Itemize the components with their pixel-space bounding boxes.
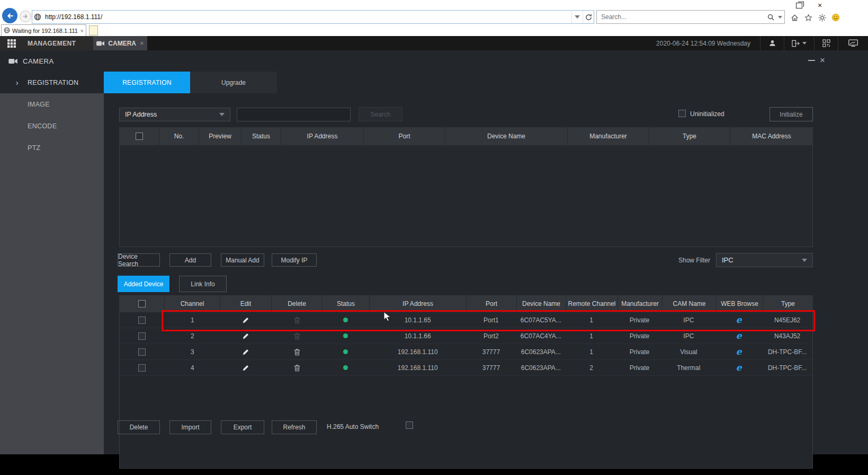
cell-device-name: 6C07AC5YA... [516,312,566,328]
trash-icon [294,348,300,356]
add-button[interactable]: Add [169,253,211,267]
edit-button[interactable] [220,312,272,328]
tab-added-device[interactable]: Added Device [118,276,169,292]
row-checkbox[interactable] [138,332,146,340]
table-row[interactable]: 3 192.168.1.110 37777 6C0623APA... 1 Pri… [120,344,812,360]
browser-forward-button[interactable] [20,11,31,22]
manual-add-button[interactable]: Manual Add [221,253,264,267]
added-table-body: 1 10.1.1.65 Port1 6C07AC5YA... 1 Private… [119,312,813,469]
show-filter-dropdown[interactable]: IPC [716,253,813,267]
edit-pencil-icon [242,316,249,324]
window-minimize-button[interactable] [808,60,815,61]
edit-button[interactable] [220,360,272,375]
cell-manufacturer: Private [618,344,662,359]
camera-app-tab[interactable]: CAMERA × [93,36,147,50]
h265-auto-switch-checkbox[interactable] [406,421,413,429]
h265-auto-switch-label: H.265 Auto Switch [327,423,379,430]
edit-button[interactable] [220,328,272,344]
uninitialized-checkbox[interactable] [678,110,686,117]
cell-ip: 192.168.1.110 [369,344,466,359]
col-device-name: Device Name [445,127,567,145]
url-input[interactable] [43,13,571,21]
search-dropdown-button[interactable] [776,12,784,22]
tab-close-icon[interactable]: × [80,28,84,34]
cell-manufacturer: Private [618,328,662,344]
favorites-star-icon[interactable] [803,12,813,23]
qr-code-button[interactable] [814,36,838,50]
col-edit: Edit [220,295,271,312]
browser-search-box[interactable] [596,10,785,24]
url-dropdown-button[interactable] [571,11,583,23]
search-button[interactable]: Search [359,107,402,121]
import-button[interactable]: Import [169,420,211,434]
web-browse-button[interactable]: e [715,328,762,344]
delete-button-bottom[interactable]: Delete [118,420,160,434]
delete-button[interactable] [272,360,323,375]
tab-upgrade[interactable]: Upgrade [190,72,277,93]
export-button[interactable]: Export [221,420,264,434]
refresh-button-bottom[interactable]: Refresh [272,420,317,434]
qr-code-icon [822,39,830,47]
table-row[interactable]: 1 10.1.1.65 Port1 6C07AC5YA... 1 Private… [120,312,812,328]
cell-device-name: 6C0623APA... [516,344,566,359]
browser-tab[interactable]: Waiting for 192.168.1.111 × [1,24,86,36]
col-ip-address: IP Address [369,295,466,312]
cell-cam-name: Visual [661,344,715,359]
smiley-feedback-icon[interactable] [830,12,841,23]
cell-type: DH-TPC-BF... [762,360,812,375]
management-menu[interactable]: MANAGEMENT [0,36,93,50]
refresh-button[interactable] [583,11,594,23]
tab-link-info[interactable]: Link Info [179,276,227,292]
search-filter-dropdown[interactable]: IP Address [119,108,230,121]
camera-tab-close-icon[interactable]: × [140,39,144,47]
web-browse-button[interactable]: e [715,360,762,375]
row-checkbox[interactable] [138,348,146,356]
ip-search-input[interactable] [237,108,351,121]
delete-button[interactable] [272,312,323,328]
edit-button[interactable] [220,344,272,359]
device-search-button[interactable]: Device Search [118,253,160,267]
cell-cam-name: IPC [661,328,715,344]
address-bar[interactable] [32,10,594,24]
camera-icon [96,39,104,48]
uninitialized-label: Uninitialized [690,110,724,118]
modify-ip-button[interactable]: Modify IP [272,253,317,267]
sidebar: › REGISTRATION IMAGE ENCODE PTZ [0,72,104,454]
row-checkbox[interactable] [138,316,146,324]
settings-gear-icon[interactable] [817,12,827,23]
col-type: Type [763,295,813,312]
web-browse-button[interactable]: e [715,344,762,359]
browser-restore-button[interactable] [796,3,802,8]
edit-pencil-icon [242,364,249,372]
col-web-browse: WEB Browse [716,295,763,312]
logout-button[interactable] [784,36,814,50]
sidebar-item-encode[interactable]: ENCODE [0,115,104,137]
display-output-button[interactable] [838,36,868,50]
table-row[interactable]: 4 192.168.1.110 37777 6C0623APA... 2 Pri… [120,360,812,376]
window-close-button[interactable]: × [820,55,825,66]
sidebar-item-image[interactable]: IMAGE [0,93,104,115]
browser-close-button[interactable]: × [818,1,822,10]
search-icon[interactable] [765,12,776,22]
table-row[interactable]: 2 10.1.1.66 Port2 6C07AC4YA... 1 Private… [120,328,812,344]
home-icon[interactable] [789,12,800,23]
delete-button[interactable] [272,344,323,359]
user-account-button[interactable] [760,36,784,50]
sidebar-item-ptz[interactable]: PTZ [0,137,104,159]
browser-search-input[interactable] [597,13,765,21]
initialize-button[interactable]: Initialize [769,107,813,121]
browser-back-button[interactable] [2,8,17,23]
cell-ip: 192.168.1.110 [369,360,466,375]
sidebar-item-registration[interactable]: › REGISTRATION [0,72,104,93]
row-checkbox[interactable] [138,364,146,372]
cell-device-name: 6C0623APA... [516,360,566,375]
trash-icon [294,364,300,372]
select-all-checkbox[interactable] [138,300,146,307]
web-browse-button[interactable]: e [715,312,762,328]
camera-tab-label: CAMERA [108,40,136,47]
delete-button[interactable] [272,328,323,344]
new-tab-button[interactable] [89,25,98,36]
select-all-checkbox[interactable] [136,133,143,140]
tab-registration[interactable]: REGISTRATION [104,72,190,93]
status-online-dot [343,333,348,338]
